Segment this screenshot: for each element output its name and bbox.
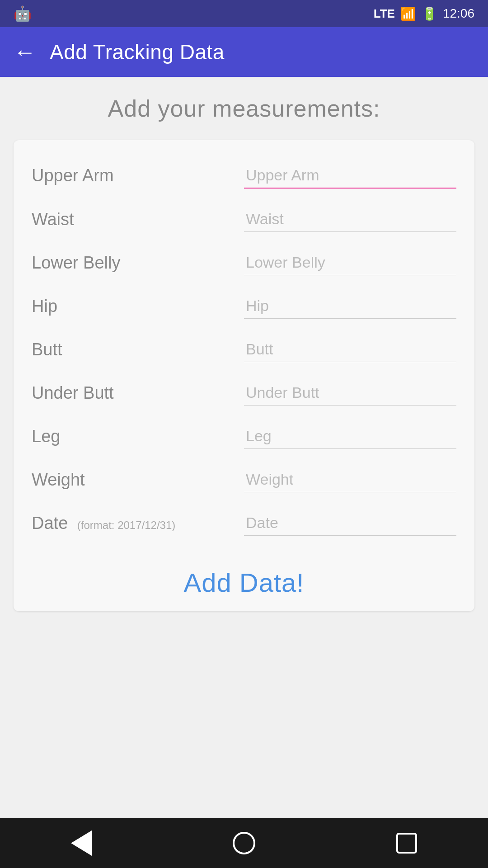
label-weight: Weight [32,470,244,490]
main-content: Add your measurements: Upper Arm Waist L… [0,77,488,818]
form-row-date: Date (format: 2017/12/31) [32,501,456,545]
input-hip[interactable] [244,293,456,319]
input-wrapper-weight [244,467,456,492]
nav-home-button[interactable] [226,825,262,861]
input-wrapper-upper-arm [244,163,456,189]
status-bar: 🤖 LTE 📶 🔋 12:06 [0,0,488,27]
nav-back-button[interactable] [63,825,99,861]
bottom-nav [0,818,488,868]
home-circle-icon [233,832,255,854]
label-upper-arm: Upper Arm [32,166,244,185]
input-lower-belly[interactable] [244,250,456,275]
label-butt: Butt [32,340,244,359]
status-bar-left: 🤖 [14,5,32,22]
form-row-hip: Hip [32,284,456,328]
lte-icon: LTE [374,7,395,21]
form-row-leg: Leg [32,415,456,458]
label-waist: Waist [32,210,244,229]
page-title: Add your measurements: [9,95,479,122]
input-leg[interactable] [244,424,456,449]
signal-icon: 📶 [400,6,416,21]
form-row-upper-arm: Upper Arm [32,154,456,198]
input-wrapper-hip [244,293,456,319]
form-row-butt: Butt [32,328,456,371]
battery-icon: 🔋 [422,6,437,21]
form-row-waist: Waist [32,198,456,241]
back-triangle-icon [71,830,92,856]
input-upper-arm[interactable] [244,163,456,189]
form-row-weight: Weight [32,458,456,501]
back-button[interactable]: ← [14,41,36,63]
form-row-lower-belly: Lower Belly [32,241,456,284]
input-date[interactable] [244,510,456,536]
nav-recents-button[interactable] [389,825,425,861]
input-wrapper-waist [244,207,456,232]
form-row-under-butt: Under Butt [32,371,456,415]
app-bar: ← Add Tracking Data [0,27,488,77]
android-icon: 🤖 [14,5,32,22]
input-wrapper-under-butt [244,380,456,406]
label-date: Date (format: 2017/12/31) [32,514,244,533]
input-weight[interactable] [244,467,456,492]
time-display: 12:06 [443,6,474,21]
label-hip: Hip [32,297,244,316]
input-wrapper-date [244,510,456,536]
input-waist[interactable] [244,207,456,232]
recents-square-icon [396,833,417,854]
input-wrapper-lower-belly [244,250,456,275]
form-card: Upper Arm Waist Lower Belly Hip Butt [14,140,474,611]
label-under-butt: Under Butt [32,383,244,403]
app-bar-title: Add Tracking Data [50,40,225,64]
status-bar-right: LTE 📶 🔋 12:06 [374,6,474,21]
label-lower-belly: Lower Belly [32,253,244,273]
input-wrapper-leg [244,424,456,449]
input-butt[interactable] [244,337,456,362]
date-format-hint: (format: 2017/12/31) [77,519,175,531]
input-wrapper-butt [244,337,456,362]
add-data-button[interactable]: Add Data! [32,567,456,598]
label-leg: Leg [32,427,244,446]
input-under-butt[interactable] [244,380,456,406]
